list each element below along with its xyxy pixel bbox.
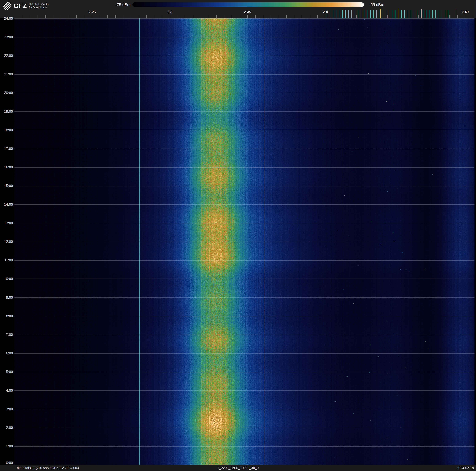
channel-marker-tick xyxy=(380,9,381,18)
freq-minor-tick xyxy=(38,15,38,18)
time-tick-label: 17:00 xyxy=(0,146,13,151)
freq-minor-tick xyxy=(45,15,46,18)
wifi-channel-tick xyxy=(389,10,389,18)
wifi-channel-tick xyxy=(414,10,414,18)
freq-tick-label: 2.35 xyxy=(238,10,257,14)
colorbar xyxy=(132,2,364,7)
freq-minor-tick xyxy=(255,15,255,18)
wifi-channel-tick xyxy=(426,10,426,18)
freq-minor-tick xyxy=(162,15,162,18)
freq-tick-label: 2.3 xyxy=(161,10,179,14)
freq-minor-tick xyxy=(201,15,201,18)
time-tick-label: 11:00 xyxy=(0,258,13,263)
time-tick-label: 23:00 xyxy=(0,35,13,39)
wifi-channel-tick xyxy=(405,10,405,18)
logo-subtitle-line1: Helmholtz Centre xyxy=(29,3,49,6)
freq-minor-tick xyxy=(317,15,318,18)
freq-minor-tick xyxy=(341,15,341,18)
time-tick-label: 6:00 xyxy=(0,351,13,356)
channel-marker-tick xyxy=(344,9,344,18)
time-tick-label: 13:00 xyxy=(0,221,13,225)
freq-minor-tick xyxy=(309,15,310,18)
time-tick-label: 24:00 xyxy=(0,16,13,21)
freq-tick-label: 2.4 xyxy=(316,10,334,14)
wifi-channel-tick xyxy=(355,10,355,18)
freq-minor-tick xyxy=(271,15,271,18)
wifi-channel-tick xyxy=(364,10,364,18)
colorbar-min-label: -75 dBm xyxy=(103,2,131,7)
wifi-channel-tick xyxy=(420,10,420,18)
freq-minor-tick xyxy=(263,15,263,18)
freq-minor-tick xyxy=(131,15,131,18)
freq-minor-tick xyxy=(115,15,116,18)
freq-minor-tick xyxy=(302,15,302,18)
time-tick-label: 12:00 xyxy=(0,239,13,244)
time-tick-label: 16:00 xyxy=(0,165,13,170)
time-tick-label: 8:00 xyxy=(0,314,13,318)
freq-minor-tick xyxy=(247,15,248,18)
freq-minor-tick xyxy=(53,15,53,18)
wifi-channel-tick xyxy=(408,10,408,18)
logo-subtitle: Helmholtz Centre for Geosciences xyxy=(29,3,49,9)
time-tick-label: 22:00 xyxy=(0,53,13,58)
freq-minor-tick xyxy=(294,15,294,18)
wifi-channel-tick xyxy=(432,10,433,18)
time-tick-label: 10:00 xyxy=(0,276,13,281)
freq-minor-tick xyxy=(232,15,232,18)
freq-minor-tick xyxy=(356,15,357,18)
gfz-logo-icon xyxy=(3,2,11,10)
time-tick-label: 20:00 xyxy=(0,91,13,95)
freq-minor-tick xyxy=(76,15,77,18)
wifi-channel-tick xyxy=(333,10,333,18)
channel-marker-tick xyxy=(362,9,362,18)
wifi-channel-tick xyxy=(439,10,439,18)
freq-minor-tick xyxy=(185,15,186,18)
freq-minor-tick xyxy=(372,15,372,18)
freq-minor-tick xyxy=(139,15,139,18)
wifi-channel-tick xyxy=(358,10,358,18)
freq-minor-tick xyxy=(286,15,287,18)
channel-marker-tick xyxy=(398,9,398,18)
time-tick-label: 14:00 xyxy=(0,202,13,207)
wifi-channel-tick xyxy=(423,10,423,18)
footer-bar: 1_2200_2500_10000_40_0 https://doi.org/1… xyxy=(0,465,476,471)
freq-minor-tick xyxy=(457,15,458,18)
freq-minor-tick xyxy=(61,15,61,18)
wifi-channel-tick xyxy=(380,10,380,18)
time-tick-label: 1:00 xyxy=(0,444,13,449)
freq-minor-tick xyxy=(193,15,193,18)
freq-minor-tick xyxy=(92,15,92,18)
wifi-channel-tick xyxy=(352,10,352,18)
wifi-channel-tick xyxy=(429,10,429,18)
freq-minor-tick xyxy=(240,15,240,18)
time-tick-label: 18:00 xyxy=(0,128,13,132)
doi-link[interactable]: https://doi.org/10.5880/GFZ.1.2.2024.003 xyxy=(17,465,79,471)
freq-minor-tick xyxy=(69,15,69,18)
spectrogram-page: GFZ Helmholtz Centre for Geosciences -75… xyxy=(0,0,476,471)
wifi-channel-tick xyxy=(373,10,374,18)
freq-minor-tick xyxy=(216,15,217,18)
wifi-channel-tick xyxy=(417,10,417,18)
time-tick-label: 5:00 xyxy=(0,370,13,374)
freq-minor-tick xyxy=(170,15,170,18)
freq-minor-tick xyxy=(449,15,450,18)
freq-minor-tick xyxy=(403,15,403,18)
channel-marker-tick xyxy=(422,9,422,18)
freq-minor-tick xyxy=(123,15,123,18)
wifi-channel-tick xyxy=(327,10,327,18)
freq-minor-tick xyxy=(107,15,108,18)
freq-minor-tick xyxy=(418,15,419,18)
freq-minor-tick xyxy=(177,15,178,18)
freq-minor-tick xyxy=(473,15,473,18)
wifi-channel-tick xyxy=(348,10,349,18)
freq-minor-tick xyxy=(146,15,147,18)
wifi-channel-tick xyxy=(367,10,367,18)
wifi-channel-tick xyxy=(383,10,383,18)
wifi-channel-tick xyxy=(392,10,392,18)
freq-minor-tick xyxy=(154,15,154,18)
wifi-channel-tick xyxy=(395,10,395,18)
spectrogram-canvas xyxy=(15,18,475,465)
wifi-channel-tick xyxy=(442,10,442,18)
time-tick-label: 7:00 xyxy=(0,332,13,337)
freq-minor-tick xyxy=(208,15,209,18)
